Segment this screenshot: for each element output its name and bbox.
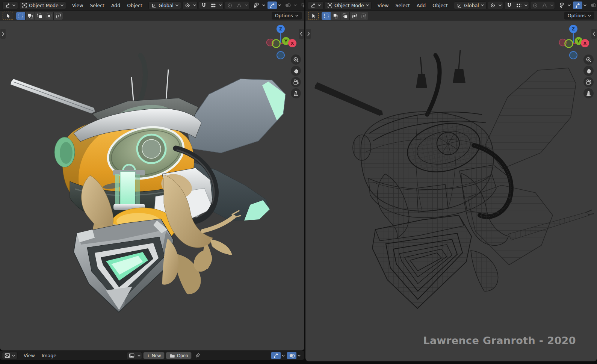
select-mode-invert[interactable] xyxy=(350,12,359,20)
pan-button[interactable] xyxy=(291,66,301,76)
wire-ear xyxy=(353,135,371,160)
show-overlays-toggle[interactable] xyxy=(287,352,296,359)
image-datablock-dropdown[interactable] xyxy=(127,352,142,359)
open-image-button[interactable]: Open xyxy=(166,352,192,359)
snap-target-dropdown[interactable] xyxy=(209,2,218,9)
select-mode-extend[interactable] xyxy=(26,12,35,20)
transform-orientation-dropdown[interactable]: Global xyxy=(148,2,181,9)
perspective-toggle-button[interactable] xyxy=(583,88,594,98)
menu-object[interactable]: Object xyxy=(124,2,146,9)
sidebar-expand-chevron[interactable] xyxy=(591,29,597,39)
select-mode-subtract[interactable] xyxy=(340,12,349,20)
pan-button[interactable] xyxy=(583,66,594,76)
menu-view[interactable]: View xyxy=(374,2,392,9)
camera-view-button[interactable] xyxy=(583,77,594,87)
gizmo-axis-neg-y[interactable] xyxy=(272,40,280,48)
pivot-point-icon xyxy=(488,2,497,9)
options-dropdown[interactable]: Options xyxy=(564,12,594,20)
gizmo-axis-neg-y[interactable] xyxy=(565,40,573,48)
viewport-right-canvas[interactable]: Y X Z Lawrence Granroth - 2020 xyxy=(305,21,597,361)
gizmo-axis-neg-z[interactable] xyxy=(570,51,577,59)
gizmo-y-label: Y xyxy=(577,39,580,44)
pivot-point-dropdown[interactable] xyxy=(488,1,503,9)
editor-type-button[interactable] xyxy=(2,352,18,359)
proportional-editing-toggle[interactable] xyxy=(530,2,540,9)
active-tool-button[interactable] xyxy=(308,12,319,20)
bee-model-render xyxy=(0,21,304,350)
overlays-icon xyxy=(289,353,295,359)
menu-image[interactable]: Image xyxy=(38,352,60,359)
menu-view[interactable]: View xyxy=(69,2,87,9)
select-mode-set[interactable] xyxy=(322,12,331,20)
toggle-xray-button[interactable] xyxy=(299,1,304,9)
image-editor-menubar: View Image xyxy=(20,352,60,359)
select-mode-subtract[interactable] xyxy=(35,12,44,20)
new-image-button[interactable]: + New xyxy=(143,352,165,359)
snap-target-dropdown[interactable] xyxy=(514,2,523,9)
select-mode-group xyxy=(16,12,63,20)
show-gizmo-group xyxy=(268,1,282,9)
toolbar-expand-chevron[interactable] xyxy=(0,29,6,39)
show-overlays-toggle[interactable] xyxy=(589,2,597,9)
menu-add[interactable]: Add xyxy=(413,2,429,9)
show-gizmo-toggle[interactable] xyxy=(268,2,277,9)
camera-icon xyxy=(293,79,299,85)
chevron-down-icon xyxy=(175,4,178,6)
gizmo-axis-neg-z[interactable] xyxy=(277,51,284,59)
menu-select[interactable]: Select xyxy=(86,2,108,9)
transform-orientation-dropdown[interactable]: Global xyxy=(454,2,487,9)
falloff-curve-icon xyxy=(542,3,547,8)
object-visibility-dropdown[interactable] xyxy=(252,1,266,9)
falloff-chevron[interactable] xyxy=(549,4,555,6)
sidebar-expand-chevron[interactable] xyxy=(299,29,304,39)
gizmo-x-label: X xyxy=(583,41,587,46)
chevron-down-icon xyxy=(524,4,527,6)
ortho-grid-icon xyxy=(293,90,299,97)
snap-chevron[interactable] xyxy=(523,4,529,6)
active-tool-button[interactable] xyxy=(3,12,13,20)
zoom-button[interactable] xyxy=(291,54,301,65)
editor-type-button[interactable] xyxy=(308,2,323,9)
perspective-toggle-button[interactable] xyxy=(291,88,301,98)
snap-magnet-toggle[interactable] xyxy=(199,2,209,9)
show-gizmo-toggle[interactable] xyxy=(271,352,281,359)
menu-add[interactable]: Add xyxy=(108,2,124,9)
bee-stinger xyxy=(11,79,95,113)
select-mode-invert[interactable] xyxy=(44,12,53,20)
snap-chevron[interactable] xyxy=(218,4,223,6)
chevron-down-icon xyxy=(568,4,571,6)
select-mode-intersect[interactable] xyxy=(54,12,63,20)
menu-view[interactable]: View xyxy=(20,352,38,359)
camera-view-button[interactable] xyxy=(291,77,301,87)
show-gizmo-toggle[interactable] xyxy=(573,2,582,9)
toolbar-expand-chevron[interactable] xyxy=(306,29,311,39)
proportional-editing-group xyxy=(225,1,249,9)
camera-icon xyxy=(585,79,592,85)
bee-abdomen-pod xyxy=(74,219,174,312)
snap-magnet-toggle[interactable] xyxy=(505,2,514,9)
pin-toggle[interactable] xyxy=(193,352,203,360)
select-mode-extend[interactable] xyxy=(331,12,340,20)
zoom-button[interactable] xyxy=(583,54,594,65)
options-dropdown[interactable]: Options xyxy=(272,12,302,20)
select-intersect-icon xyxy=(361,13,367,19)
show-overlays-toggle[interactable] xyxy=(283,2,293,9)
viewport-left-canvas[interactable]: Y X Z xyxy=(0,21,304,350)
select-mode-set[interactable] xyxy=(16,12,25,20)
options-label: Options xyxy=(568,13,586,18)
mode-dropdown[interactable]: Object Mode xyxy=(325,2,372,9)
mode-dropdown[interactable]: Object Mode xyxy=(19,2,66,9)
falloff-dropdown[interactable] xyxy=(540,2,549,9)
falloff-dropdown[interactable] xyxy=(234,2,244,9)
snap-increments-icon xyxy=(516,3,521,8)
object-visibility-dropdown[interactable] xyxy=(557,1,572,9)
show-gizmo-group xyxy=(573,1,588,9)
editor-type-button[interactable] xyxy=(2,2,18,9)
menu-object[interactable]: Object xyxy=(429,2,451,9)
proportional-editing-toggle[interactable] xyxy=(225,2,234,9)
select-mode-intersect[interactable] xyxy=(359,12,368,20)
pivot-point-dropdown[interactable] xyxy=(182,1,198,9)
falloff-chevron[interactable] xyxy=(244,4,249,6)
menu-select[interactable]: Select xyxy=(392,2,413,9)
chevron-down-icon xyxy=(298,355,301,357)
